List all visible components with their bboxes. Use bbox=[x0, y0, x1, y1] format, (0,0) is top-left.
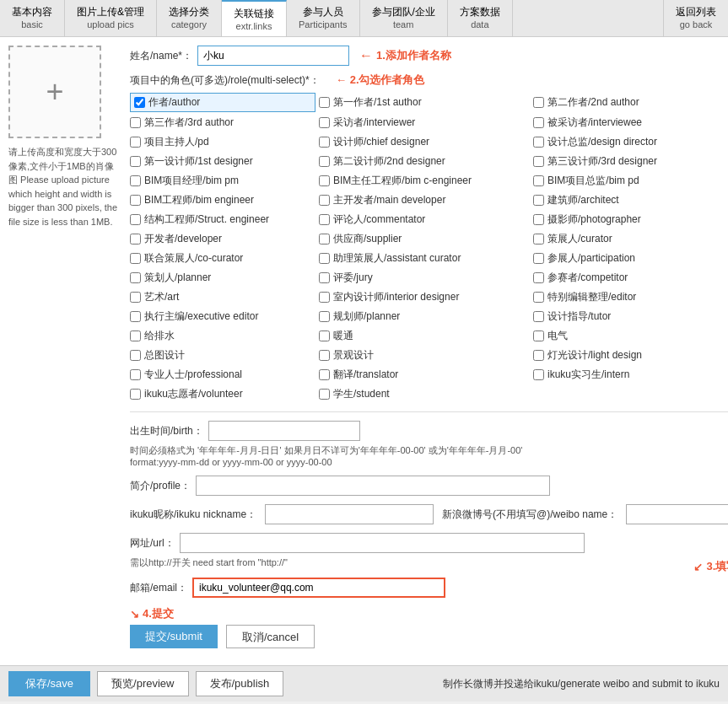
role-checkbox-r21[interactable] bbox=[533, 214, 544, 225]
role-item-r7: 项目主持人/pd bbox=[130, 133, 315, 151]
role-item-r45: ikuku实习生/intern bbox=[533, 366, 719, 384]
role-item-r2: 第一作者/1st author bbox=[319, 93, 530, 112]
role-item-r34: 执行主编/executive editor bbox=[130, 308, 315, 325]
role-checkbox-r9[interactable] bbox=[533, 137, 544, 148]
role-checkbox-r10[interactable] bbox=[130, 156, 141, 167]
role-item-r33: 特别编辑整理/editor bbox=[533, 288, 719, 306]
role-checkbox-r3[interactable] bbox=[533, 97, 544, 108]
role-item-r21: 摄影师/photographer bbox=[533, 211, 719, 228]
role-label-r42: 灯光设计/light design bbox=[547, 348, 642, 363]
role-checkbox-r30[interactable] bbox=[533, 272, 544, 283]
weibo-input[interactable] bbox=[626, 504, 728, 524]
role-checkbox-r34[interactable] bbox=[130, 311, 141, 322]
role-checkbox-r40[interactable] bbox=[130, 350, 141, 361]
role-checkbox-r1[interactable] bbox=[134, 97, 145, 108]
role-checkbox-r16[interactable] bbox=[130, 195, 141, 206]
email-input[interactable] bbox=[192, 578, 445, 598]
nav-item-goback[interactable]: 返回列表 go back bbox=[663, 0, 728, 36]
role-label-r43: 专业人士/professional bbox=[144, 368, 242, 382]
role-item-r28: 策划人/planner bbox=[130, 269, 315, 287]
nav-item-upload[interactable]: 图片上传&管理 upload pics bbox=[65, 0, 157, 36]
nav-item-basic[interactable]: 基本内容 basic bbox=[0, 0, 65, 36]
bottom-info: 制作长微博并投递给ikuku/generate weibo and submit… bbox=[443, 677, 720, 691]
role-checkbox-r36[interactable] bbox=[533, 311, 544, 322]
role-checkbox-r39[interactable] bbox=[533, 331, 544, 341]
role-checkbox-r22[interactable] bbox=[130, 234, 141, 245]
role-checkbox-r18[interactable] bbox=[533, 195, 544, 206]
role-checkbox-r35[interactable] bbox=[319, 311, 330, 322]
role-checkbox-r29[interactable] bbox=[319, 272, 330, 283]
role-checkbox-r5[interactable] bbox=[319, 117, 330, 128]
nav-item-category[interactable]: 选择分类 category bbox=[157, 0, 222, 36]
url-input[interactable] bbox=[180, 533, 585, 553]
publish-button[interactable]: 发布/publish bbox=[196, 671, 284, 696]
role-checkbox-r45[interactable] bbox=[533, 369, 544, 380]
role-checkbox-r6[interactable] bbox=[533, 117, 544, 128]
nav-item-team[interactable]: 参与团队/企业 team bbox=[360, 0, 448, 36]
role-checkbox-r19[interactable] bbox=[130, 214, 141, 225]
upload-box[interactable]: + bbox=[8, 46, 101, 138]
role-item-r19: 结构工程师/Struct. engineer bbox=[130, 211, 315, 228]
role-label-r33: 特别编辑整理/editor bbox=[547, 290, 636, 304]
role-checkbox-r17[interactable] bbox=[319, 195, 330, 206]
role-label-r27: 参展人/participation bbox=[547, 251, 635, 266]
role-checkbox-r46[interactable] bbox=[130, 389, 141, 400]
birth-label: 出生时间/birth： bbox=[130, 424, 203, 438]
preview-button[interactable]: 预览/preview bbox=[97, 671, 188, 696]
role-checkbox-r8[interactable] bbox=[319, 137, 330, 148]
role-checkbox-r44[interactable] bbox=[319, 369, 330, 380]
annotation2-text: ← 2.勾选作者角色 bbox=[336, 73, 424, 86]
role-label-r21: 摄影师/photographer bbox=[547, 212, 641, 227]
profile-input[interactable] bbox=[196, 476, 550, 496]
role-checkbox-r20[interactable] bbox=[319, 214, 330, 225]
nickname-input[interactable] bbox=[265, 504, 434, 524]
role-checkbox-r15[interactable] bbox=[533, 175, 544, 186]
role-item-r38: 暖通 bbox=[319, 327, 530, 345]
role-item-r12: 第三设计师/3rd designer bbox=[533, 153, 719, 170]
nav-item-participants[interactable]: 参与人员 Participants bbox=[287, 0, 359, 36]
role-checkbox-r38[interactable] bbox=[319, 331, 330, 341]
role-label-r32: 室内设计师/interior designer bbox=[333, 290, 459, 304]
name-input[interactable] bbox=[197, 46, 349, 66]
role-label-r40: 总图设计 bbox=[144, 348, 185, 363]
role-checkbox-r2[interactable] bbox=[319, 97, 330, 108]
role-label-r17: 主开发者/main developer bbox=[333, 193, 445, 207]
role-checkbox-r24[interactable] bbox=[533, 234, 544, 245]
role-checkbox-r4[interactable] bbox=[130, 117, 141, 128]
role-checkbox-r41[interactable] bbox=[319, 350, 330, 361]
bottom-bar: 保存/save 预览/preview 发布/publish 制作长微博并投递给i… bbox=[0, 665, 728, 701]
role-checkbox-r11[interactable] bbox=[319, 156, 330, 167]
role-item-r43: 专业人士/professional bbox=[130, 366, 315, 384]
birth-input[interactable] bbox=[208, 421, 360, 441]
role-checkbox-r47[interactable] bbox=[319, 389, 330, 400]
role-checkbox-r13[interactable] bbox=[130, 175, 141, 186]
role-checkbox-r31[interactable] bbox=[130, 292, 141, 303]
cancel-button[interactable]: 取消/cancel bbox=[226, 625, 315, 648]
role-label-r5: 采访者/interviewer bbox=[333, 116, 415, 130]
role-checkbox-r37[interactable] bbox=[130, 331, 141, 341]
role-label-r3: 第二作者/2nd author bbox=[547, 95, 639, 110]
plus-icon: + bbox=[46, 74, 63, 110]
role-checkbox-r14[interactable] bbox=[319, 175, 330, 186]
roles-label: 项目中的角色(可多选)/role(multi-select)*： bbox=[130, 74, 320, 86]
annotation1-text: 1.添加作者名称 bbox=[376, 48, 451, 63]
role-label-r6: 被采访者/interviewee bbox=[547, 116, 642, 130]
role-checkbox-r42[interactable] bbox=[533, 350, 544, 361]
role-checkbox-r43[interactable] bbox=[130, 369, 141, 380]
role-item-r24: 策展人/curator bbox=[533, 230, 719, 248]
nav-item-extrlinks[interactable]: 关联链接 extr.links bbox=[222, 0, 287, 36]
role-checkbox-r27[interactable] bbox=[533, 253, 544, 264]
role-checkbox-r12[interactable] bbox=[533, 156, 544, 167]
save-button[interactable]: 保存/save bbox=[8, 671, 90, 696]
role-checkbox-r23[interactable] bbox=[319, 234, 330, 245]
role-checkbox-r33[interactable] bbox=[533, 292, 544, 303]
role-checkbox-r28[interactable] bbox=[130, 272, 141, 283]
role-checkbox-r7[interactable] bbox=[130, 137, 141, 148]
role-checkbox-r26[interactable] bbox=[319, 253, 330, 264]
role-item-r16: BIM工程师/bim engineer bbox=[130, 191, 315, 209]
role-checkbox-r32[interactable] bbox=[319, 292, 330, 303]
submit-button[interactable]: 提交/submit bbox=[130, 625, 218, 648]
nav-item-data[interactable]: 方案数据 data bbox=[448, 0, 513, 36]
role-checkbox-r25[interactable] bbox=[130, 253, 141, 264]
role-label-r34: 执行主编/executive editor bbox=[144, 309, 258, 324]
